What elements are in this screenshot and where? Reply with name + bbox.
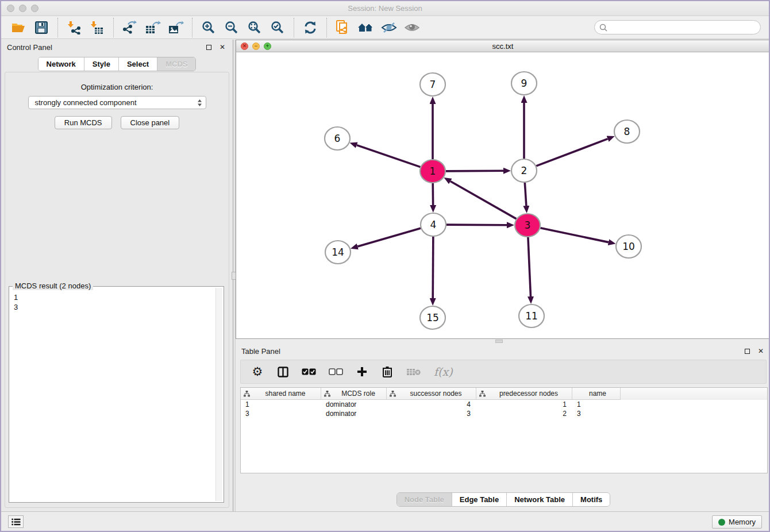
deselect-rows-icon[interactable] <box>329 364 343 379</box>
float-panel-icon[interactable] <box>742 346 752 356</box>
graph-edge[interactable] <box>446 225 507 225</box>
cell-name[interactable]: 3 <box>572 409 621 418</box>
column-header-shared-name[interactable]: shared name <box>241 388 321 400</box>
graph-node-6[interactable]: 6 <box>325 127 350 150</box>
graph-node-14[interactable]: 14 <box>325 241 351 264</box>
export-image-icon[interactable] <box>164 18 187 37</box>
control-panel: Control Panel ✕ Network Style Select MCD… <box>1 40 233 511</box>
node-table: shared name MCDS role successor nodes pr… <box>240 387 768 473</box>
svg-text:2: 2 <box>521 165 528 176</box>
import-network-icon[interactable] <box>63 18 86 37</box>
tab-motifs[interactable]: Motifs <box>573 493 610 506</box>
window-titlebar: Session: New Session <box>1 1 769 16</box>
function-builder-icon[interactable]: f(x) <box>434 364 453 379</box>
float-panel-icon[interactable] <box>204 43 213 52</box>
graph-edge[interactable] <box>357 145 421 167</box>
graph-node-15[interactable]: 15 <box>420 306 445 329</box>
graph-node-3[interactable]: 3 <box>515 214 540 237</box>
network-canvas[interactable]: 7968124314101511 <box>236 52 769 338</box>
graph-node-1[interactable]: 1 <box>420 160 445 183</box>
close-panel-button[interactable]: Close panel <box>121 116 180 129</box>
column-header-name[interactable]: name <box>572 388 621 400</box>
cell-name[interactable]: 1 <box>572 400 621 409</box>
cell-mcds-role[interactable]: dominator <box>321 409 387 418</box>
memory-button[interactable]: Memory <box>712 515 762 529</box>
graph-node-9[interactable]: 9 <box>511 72 537 95</box>
table-panel-tabs: Node Table Edge Table Network Table Moti… <box>396 492 611 507</box>
zoom-out-icon[interactable] <box>220 18 243 37</box>
criterion-dropdown[interactable]: strongly connected component <box>28 96 206 109</box>
new-network-from-selection-icon[interactable] <box>332 18 355 37</box>
table-row[interactable]: 1 dominator 4 1 1 <box>241 400 767 409</box>
network-graph[interactable]: 7968124314101511 <box>236 52 769 338</box>
cell-successor-nodes[interactable]: 3 <box>387 409 476 418</box>
cell-shared-name[interactable]: 3 <box>241 409 321 418</box>
first-neighbors-icon[interactable] <box>355 18 378 37</box>
table-row[interactable]: 3 dominator 3 2 3 <box>241 409 767 418</box>
graph-node-7[interactable]: 7 <box>420 73 445 96</box>
toolbar-separator <box>113 18 114 37</box>
cell-predecessor-nodes[interactable]: 1 <box>476 400 572 409</box>
close-panel-icon[interactable]: ✕ <box>756 346 765 356</box>
select-all-rows-icon[interactable] <box>302 364 316 379</box>
tab-style[interactable]: Style <box>84 57 119 71</box>
network-window-titlebar: ✕ − + scc.txt <box>236 40 769 52</box>
splitter-handle[interactable] <box>495 340 503 343</box>
cell-shared-name[interactable]: 1 <box>241 400 321 409</box>
tab-edge-table[interactable]: Edge Table <box>452 493 507 506</box>
delete-column-icon[interactable] <box>381 364 394 379</box>
tab-network-table[interactable]: Network Table <box>507 493 573 506</box>
graph-edge[interactable] <box>357 228 421 246</box>
attribute-type-icon <box>324 391 330 397</box>
tab-select[interactable]: Select <box>119 57 157 71</box>
show-all-icon[interactable] <box>401 18 424 37</box>
window-title: Session: New Session <box>1 4 769 13</box>
cell-mcds-role[interactable]: dominator <box>321 400 387 409</box>
column-header-successor-nodes[interactable]: successor nodes <box>387 388 476 400</box>
add-column-icon[interactable] <box>356 364 368 379</box>
search-box[interactable] <box>594 20 761 34</box>
zoom-fit-icon[interactable] <box>243 18 266 37</box>
graph-node-8[interactable]: 8 <box>614 120 640 143</box>
search-input[interactable] <box>610 24 760 32</box>
graph-edge[interactable] <box>536 139 607 166</box>
graph-edge[interactable] <box>446 171 503 171</box>
attribute-type-icon <box>390 391 396 397</box>
task-history-button[interactable] <box>8 515 24 528</box>
zoom-in-icon[interactable] <box>197 18 220 37</box>
graph-node-11[interactable]: 11 <box>519 304 544 327</box>
mcds-result-list: 1 3 <box>14 292 215 501</box>
graph-edge[interactable] <box>525 183 526 206</box>
open-session-icon[interactable] <box>7 18 30 37</box>
graph-edge[interactable] <box>433 237 433 298</box>
tab-network[interactable]: Network <box>38 57 84 71</box>
delete-table-icon[interactable] <box>406 364 421 379</box>
tab-node-table[interactable]: Node Table <box>397 493 452 506</box>
close-panel-icon[interactable]: ✕ <box>218 43 227 52</box>
graph-edge[interactable] <box>540 228 608 242</box>
gear-icon[interactable]: ⚙ <box>251 364 264 379</box>
zoom-selected-icon[interactable] <box>266 18 289 37</box>
graph-edge[interactable] <box>528 237 531 296</box>
horizontal-splitter[interactable] <box>236 339 770 344</box>
export-network-icon[interactable] <box>118 18 141 37</box>
column-header-predecessor-nodes[interactable]: predecessor nodes <box>476 388 572 400</box>
tab-mcds[interactable]: MCDS <box>157 57 195 71</box>
export-table-icon[interactable] <box>141 18 164 37</box>
graph-node-2[interactable]: 2 <box>511 159 537 182</box>
run-mcds-button[interactable]: Run MCDS <box>55 116 112 129</box>
save-session-icon[interactable] <box>30 18 53 37</box>
result-scrollbar[interactable] <box>215 288 222 501</box>
graph-node-10[interactable]: 10 <box>616 235 641 258</box>
graph-edge[interactable] <box>451 182 517 219</box>
column-header-mcds-role[interactable]: MCDS role <box>321 388 387 400</box>
svg-text:11: 11 <box>525 310 538 322</box>
dropdown-stepper-icon <box>197 99 202 107</box>
cell-successor-nodes[interactable]: 4 <box>387 400 476 409</box>
refresh-icon[interactable] <box>299 18 322 37</box>
hide-selected-icon[interactable] <box>378 18 401 37</box>
graph-node-4[interactable]: 4 <box>421 213 446 236</box>
cell-predecessor-nodes[interactable]: 2 <box>476 409 572 418</box>
import-table-icon[interactable] <box>86 18 109 37</box>
split-pane-icon[interactable] <box>276 364 289 379</box>
